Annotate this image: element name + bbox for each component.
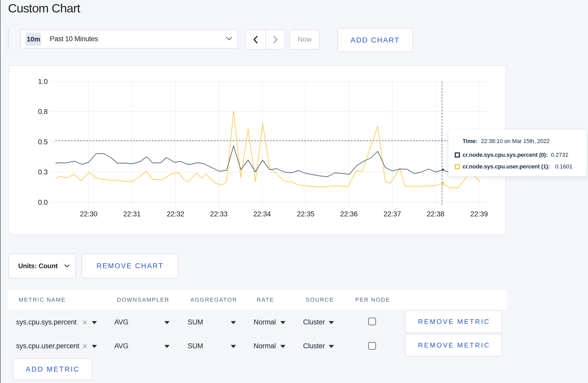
svg-text:1.0: 1.0 xyxy=(38,78,48,86)
svg-text:22:38: 22:38 xyxy=(427,210,444,218)
svg-text:22:39: 22:39 xyxy=(470,210,488,218)
svg-text:22:34: 22:34 xyxy=(253,210,271,218)
svg-text:22:35: 22:35 xyxy=(297,210,314,218)
svg-text:22:30: 22:30 xyxy=(80,210,97,218)
svg-text:22:37: 22:37 xyxy=(383,210,401,218)
svg-text:0.8: 0.8 xyxy=(38,108,48,116)
svg-text:22:32: 22:32 xyxy=(167,210,184,218)
svg-text:22:36: 22:36 xyxy=(340,210,358,218)
svg-text:0.5: 0.5 xyxy=(38,138,48,146)
svg-text:0.0: 0.0 xyxy=(38,198,48,206)
svg-text:0.3: 0.3 xyxy=(38,168,48,176)
svg-text:22:31: 22:31 xyxy=(123,210,141,218)
svg-text:22:33: 22:33 xyxy=(210,210,228,218)
